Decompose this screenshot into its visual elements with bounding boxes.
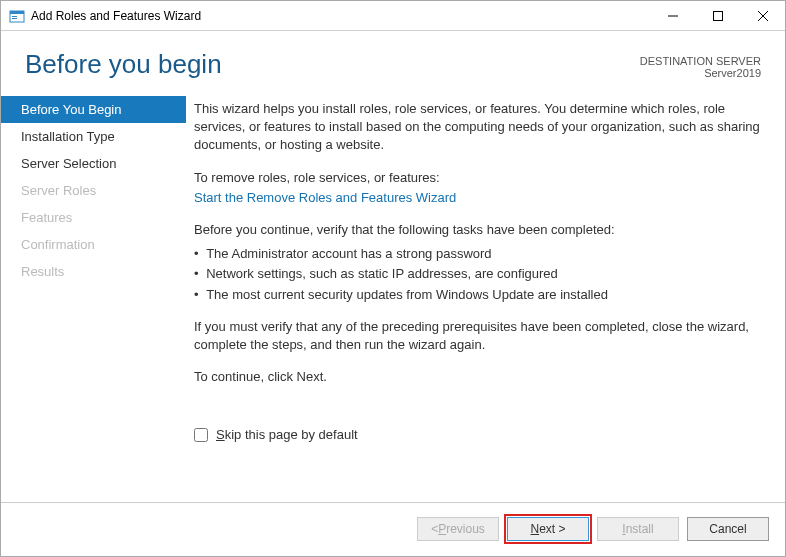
skip-checkbox[interactable] (194, 428, 208, 442)
previous-button: < Previous (417, 517, 499, 541)
verify-note: If you must verify that any of the prece… (194, 318, 763, 354)
maximize-button[interactable] (695, 1, 740, 30)
sidebar-item-server-selection[interactable]: Server Selection (1, 150, 186, 177)
cancel-button[interactable]: Cancel (687, 517, 769, 541)
window-controls (650, 1, 785, 30)
titlebar-title: Add Roles and Features Wizard (31, 9, 650, 23)
sidebar-item-before-you-begin[interactable]: Before You Begin (1, 96, 186, 123)
main-panel: This wizard helps you install roles, rol… (186, 92, 785, 492)
list-item: The most current security updates from W… (194, 286, 763, 304)
wizard-icon (9, 8, 25, 24)
next-button[interactable]: Next > (507, 517, 589, 541)
sidebar-item-confirmation: Confirmation (1, 231, 186, 258)
titlebar: Add Roles and Features Wizard (1, 1, 785, 31)
prerequisite-list: The Administrator account has a strong p… (194, 245, 763, 304)
page-title: Before you begin (25, 49, 222, 80)
install-button: Install (597, 517, 679, 541)
header: Before you begin DESTINATION SERVER Serv… (1, 31, 785, 92)
close-button[interactable] (740, 1, 785, 30)
destination-label: DESTINATION SERVER (640, 55, 761, 67)
svg-rect-5 (713, 11, 722, 20)
list-item: The Administrator account has a strong p… (194, 245, 763, 263)
skip-label: Skip this page by default (216, 426, 358, 444)
sidebar-item-results: Results (1, 258, 186, 285)
minimize-button[interactable] (650, 1, 695, 30)
skip-row: Skip this page by default (194, 426, 763, 444)
verify-label: Before you continue, verify that the fol… (194, 221, 763, 239)
sidebar-item-server-roles: Server Roles (1, 177, 186, 204)
destination-info: DESTINATION SERVER Server2019 (640, 49, 761, 80)
list-item: Network settings, such as static IP addr… (194, 265, 763, 283)
svg-rect-2 (12, 16, 17, 17)
sidebar: Before You Begin Installation Type Serve… (1, 92, 186, 492)
remove-roles-link[interactable]: Start the Remove Roles and Features Wiza… (194, 190, 456, 205)
sidebar-item-installation-type[interactable]: Installation Type (1, 123, 186, 150)
remove-label: To remove roles, role services, or featu… (194, 169, 763, 187)
sidebar-item-features: Features (1, 204, 186, 231)
continue-note: To continue, click Next. (194, 368, 763, 386)
svg-rect-3 (12, 18, 17, 19)
footer: < Previous Next > Install Cancel (1, 502, 785, 541)
server-name: Server2019 (640, 67, 761, 79)
intro-text: This wizard helps you install roles, rol… (194, 100, 763, 155)
content: Before You Begin Installation Type Serve… (1, 92, 785, 492)
svg-rect-1 (10, 11, 24, 14)
